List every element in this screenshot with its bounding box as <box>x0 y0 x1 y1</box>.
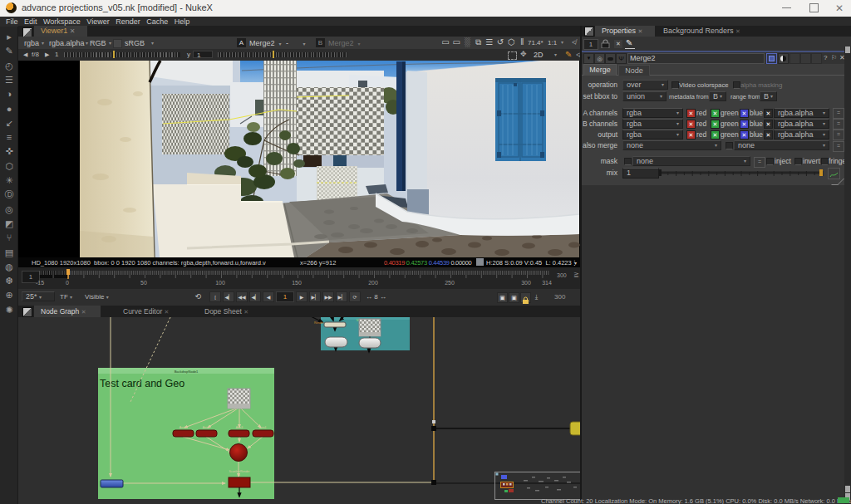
svg-text:Render: Render <box>314 321 324 325</box>
svg-text:1: 1 <box>239 473 240 477</box>
svg-text:Test card and Geo: Test card and Geo <box>100 378 184 389</box>
svg-text:150: 150 <box>292 280 302 286</box>
svg-text:BackdropNode1: BackdropNode1 <box>175 369 199 374</box>
svg-text:250: 250 <box>445 280 455 286</box>
svg-text:≧: ≧ <box>573 271 579 278</box>
svg-text:200: 200 <box>368 280 378 286</box>
svg-text:-15: -15 <box>36 280 44 286</box>
svg-text:Axis2: Axis2 <box>203 426 210 429</box>
svg-text:Axis4: Axis4 <box>259 426 267 429</box>
svg-text:Axis3: Axis3 <box>236 426 243 429</box>
svg-text:50: 50 <box>140 280 147 286</box>
svg-text:100: 100 <box>215 280 225 286</box>
svg-text:300: 300 <box>557 272 567 278</box>
svg-text:300: 300 <box>521 280 531 286</box>
svg-text:0: 0 <box>66 280 69 286</box>
svg-text:Axis1: Axis1 <box>180 426 187 429</box>
svg-text:314: 314 <box>542 280 552 286</box>
